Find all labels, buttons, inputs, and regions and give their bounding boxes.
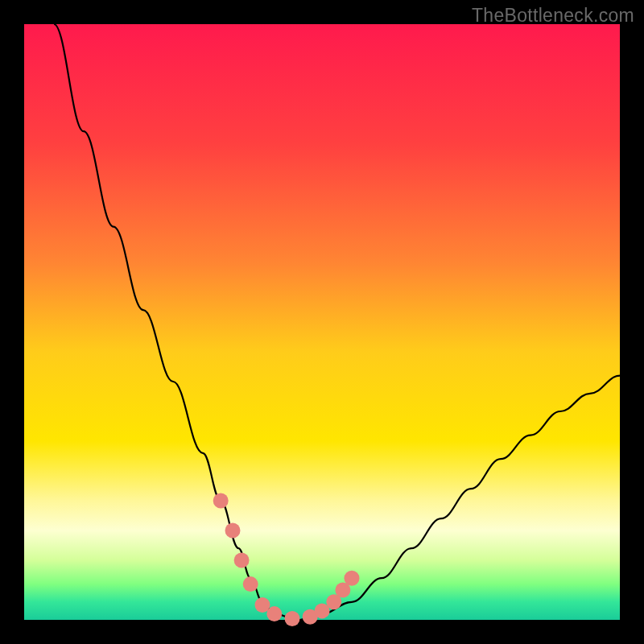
bottleneck-curve xyxy=(54,24,620,620)
curve-layer xyxy=(24,24,620,620)
marker-dot xyxy=(225,523,241,539)
marker-dot xyxy=(234,553,250,568)
marker-dot xyxy=(213,493,229,509)
marker-dot xyxy=(243,576,258,592)
critical-markers xyxy=(213,493,360,627)
chart-frame: TheBottleneck.com xyxy=(0,0,644,644)
marker-dot xyxy=(285,611,300,626)
marker-dot xyxy=(345,571,360,586)
marker-dot xyxy=(266,606,282,621)
watermark-text: TheBottleneck.com xyxy=(472,5,634,27)
